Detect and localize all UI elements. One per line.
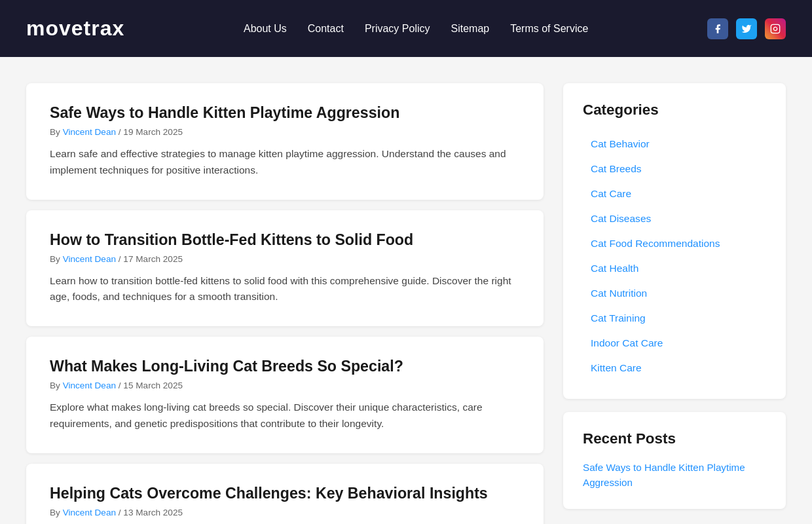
article-card: Helping Cats Overcome Challenges: Key Be… (26, 464, 544, 524)
site-header: movetrax About UsContactPrivacy PolicySi… (0, 0, 812, 57)
twitter-icon[interactable] (736, 18, 757, 39)
article-card: Safe Ways to Handle Kitten Playtime Aggr… (26, 83, 544, 200)
nav-link-sitemap[interactable]: Sitemap (451, 23, 489, 35)
article-meta: By Vincent Dean / 19 March 2025 (50, 127, 520, 137)
article-meta: By Vincent Dean / 13 March 2025 (50, 508, 520, 517)
article-excerpt: Learn safe and effective strategies to m… (50, 146, 520, 179)
category-link[interactable]: Cat Care (591, 188, 631, 199)
author-link[interactable]: Vincent Dean (63, 254, 116, 264)
category-list: Cat BehaviorCat BreedsCat CareCat Diseas… (583, 132, 766, 381)
main-nav: About UsContactPrivacy PolicySitemapTerm… (244, 23, 588, 35)
main-content: Safe Ways to Handle Kitten Playtime Aggr… (26, 83, 544, 524)
social-icons (707, 18, 786, 39)
category-link[interactable]: Cat Nutrition (591, 288, 647, 299)
article-card: What Makes Long-Living Cat Breeds So Spe… (26, 337, 544, 453)
categories-title: Categories (583, 102, 766, 119)
article-meta: By Vincent Dean / 15 March 2025 (50, 381, 520, 390)
article-card: How to Transition Bottle-Fed Kittens to … (26, 210, 544, 327)
category-item[interactable]: Cat Nutrition (583, 281, 766, 306)
nav-link-about-us[interactable]: About Us (244, 23, 287, 35)
category-item[interactable]: Cat Care (583, 181, 766, 206)
category-item[interactable]: Cat Training (583, 306, 766, 331)
nav-link-privacy-policy[interactable]: Privacy Policy (365, 23, 430, 35)
category-item[interactable]: Cat Food Recommendations (583, 231, 766, 256)
instagram-icon[interactable] (765, 18, 786, 39)
author-link[interactable]: Vincent Dean (63, 508, 116, 517)
category-link[interactable]: Cat Diseases (591, 213, 651, 224)
nav-link-terms-of-service[interactable]: Terms of Service (510, 23, 588, 35)
category-item[interactable]: Cat Diseases (583, 206, 766, 231)
recent-posts-title: Recent Posts (583, 430, 766, 447)
category-item[interactable]: Indoor Cat Care (583, 331, 766, 356)
author-link[interactable]: Vincent Dean (63, 127, 116, 137)
recent-post-link[interactable]: Safe Ways to Handle Kitten Playtime Aggr… (583, 462, 745, 488)
categories-widget: Categories Cat BehaviorCat BreedsCat Car… (563, 83, 786, 399)
category-link[interactable]: Indoor Cat Care (591, 337, 663, 348)
article-title[interactable]: Safe Ways to Handle Kitten Playtime Aggr… (50, 104, 520, 122)
category-item[interactable]: Cat Breeds (583, 157, 766, 181)
author-link[interactable]: Vincent Dean (63, 381, 116, 390)
article-excerpt: Learn how to transition bottle-fed kitte… (50, 273, 520, 306)
article-title[interactable]: How to Transition Bottle-Fed Kittens to … (50, 231, 520, 249)
article-title[interactable]: What Makes Long-Living Cat Breeds So Spe… (50, 358, 520, 375)
recent-posts-list: Safe Ways to Handle Kitten Playtime Aggr… (583, 460, 766, 491)
facebook-icon[interactable] (707, 18, 728, 39)
nav-link-contact[interactable]: Contact (308, 23, 344, 35)
category-link[interactable]: Cat Food Recommendations (591, 238, 720, 249)
recent-posts-widget: Recent Posts Safe Ways to Handle Kitten … (563, 412, 786, 509)
svg-rect-0 (771, 24, 779, 33)
recent-post-item[interactable]: Safe Ways to Handle Kitten Playtime Aggr… (583, 460, 766, 491)
category-link[interactable]: Cat Health (591, 263, 638, 274)
category-item[interactable]: Cat Behavior (583, 132, 766, 157)
logo[interactable]: movetrax (26, 16, 124, 41)
category-link[interactable]: Cat Training (591, 312, 646, 324)
category-link[interactable]: Cat Behavior (591, 138, 650, 149)
category-item[interactable]: Cat Health (583, 256, 766, 281)
category-link[interactable]: Cat Breeds (591, 163, 642, 174)
page-wrapper: Safe Ways to Handle Kitten Playtime Aggr… (13, 57, 799, 524)
category-link[interactable]: Kitten Care (591, 362, 642, 373)
article-excerpt: Explore what makes long-living cat breed… (50, 400, 520, 432)
category-item[interactable]: Kitten Care (583, 356, 766, 381)
article-title[interactable]: Helping Cats Overcome Challenges: Key Be… (50, 485, 520, 502)
article-meta: By Vincent Dean / 17 March 2025 (50, 254, 520, 264)
sidebar: Categories Cat BehaviorCat BreedsCat Car… (563, 83, 786, 522)
